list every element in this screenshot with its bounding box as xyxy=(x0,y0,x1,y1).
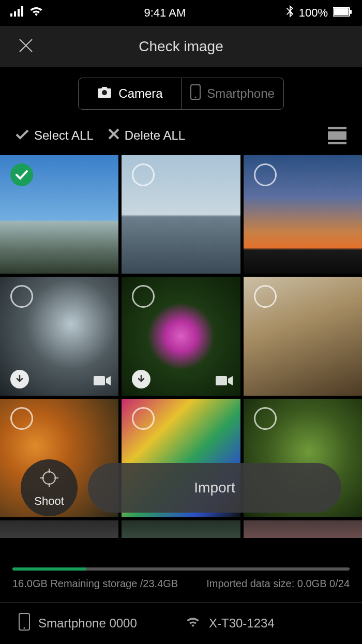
video-badge xyxy=(94,375,111,388)
select-all-label: Select ALL xyxy=(34,128,94,143)
svg-rect-5 xyxy=(334,8,349,16)
bottom-section: 16.0GB Remaining storage /23.4GB Importe… xyxy=(0,558,362,644)
smartphone-icon xyxy=(19,613,30,634)
status-left xyxy=(10,6,43,20)
thumbnail[interactable] xyxy=(244,277,362,395)
connected-phone: Smartphone 0000 xyxy=(19,613,177,634)
battery-icon xyxy=(333,6,352,20)
storage-progress xyxy=(0,558,362,575)
download-icon xyxy=(137,375,146,384)
svg-rect-6 xyxy=(350,10,352,14)
selection-indicator[interactable] xyxy=(10,285,33,308)
delete-all-label: Delete ALL xyxy=(125,128,185,143)
selection-indicator[interactable] xyxy=(10,163,33,186)
tab-group: Camera Smartphone xyxy=(78,78,284,110)
battery-text: 100% xyxy=(299,6,328,20)
page-title: Check image xyxy=(0,38,362,55)
smartphone-icon xyxy=(190,84,201,103)
selection-indicator[interactable] xyxy=(132,163,155,186)
svg-rect-10 xyxy=(94,376,105,385)
bluetooth-icon xyxy=(286,5,294,21)
check-icon xyxy=(16,128,29,143)
selection-indicator[interactable] xyxy=(254,285,277,308)
tab-smartphone[interactable]: Smartphone xyxy=(181,78,283,109)
device-row: Smartphone 0000 X-T30-1234 xyxy=(0,602,362,644)
thumbnail-image xyxy=(122,520,240,538)
video-icon xyxy=(94,375,111,386)
video-icon xyxy=(216,375,233,386)
svg-rect-3 xyxy=(21,6,23,17)
tab-camera-label: Camera xyxy=(118,86,162,101)
x-icon xyxy=(108,128,119,143)
selection-indicator[interactable] xyxy=(254,163,277,186)
progress-track xyxy=(12,567,350,571)
thumbnail[interactable] xyxy=(244,520,362,538)
selection-indicator[interactable] xyxy=(254,407,277,430)
actions-row: Select ALL Delete ALL xyxy=(0,120,362,155)
storage-info: 16.0GB Remaining storage /23.4GB Importe… xyxy=(0,575,362,602)
tab-smartphone-label: Smartphone xyxy=(207,86,275,101)
shoot-label: Shoot xyxy=(34,495,64,508)
floating-actions: Shoot Import xyxy=(0,459,362,516)
select-all-button[interactable]: Select ALL xyxy=(16,128,94,143)
svg-point-12 xyxy=(43,472,55,484)
thumbnail[interactable] xyxy=(244,155,362,274)
download-badge xyxy=(132,370,150,388)
thumbnail[interactable] xyxy=(122,520,240,538)
crosshair-icon xyxy=(39,468,59,491)
thumbnail-image xyxy=(0,520,118,538)
imported-size-text: Imported data size: 0.0GB 0/24 xyxy=(206,578,350,590)
tab-camera[interactable]: Camera xyxy=(79,78,181,109)
remaining-storage-text: 16.0GB Remaining storage /23.4GB xyxy=(12,578,178,590)
close-icon xyxy=(18,38,34,55)
close-button[interactable] xyxy=(16,36,36,57)
delete-all-button[interactable]: Delete ALL xyxy=(108,128,185,143)
selection-indicator[interactable] xyxy=(10,407,33,430)
video-badge xyxy=(216,375,233,388)
import-label: Import xyxy=(194,480,235,496)
status-bar: 9:41 AM 100% xyxy=(0,0,362,26)
thumbnail[interactable] xyxy=(0,277,118,395)
phone-name: Smartphone 0000 xyxy=(38,616,137,631)
selection-indicator[interactable] xyxy=(132,407,155,430)
thumbnail[interactable] xyxy=(122,277,240,395)
thumbnail-image xyxy=(244,520,362,538)
status-right: 100% xyxy=(286,5,352,21)
status-time: 9:41 AM xyxy=(144,6,186,20)
progress-fill xyxy=(12,567,86,571)
wifi-icon xyxy=(185,616,201,631)
camera-name: X-T30-1234 xyxy=(209,616,275,631)
svg-rect-0 xyxy=(10,13,12,17)
check-icon xyxy=(15,170,28,180)
connected-camera: X-T30-1234 xyxy=(185,616,343,631)
svg-rect-2 xyxy=(18,9,20,17)
wifi-icon xyxy=(29,6,43,20)
camera-icon xyxy=(97,86,112,101)
download-badge xyxy=(10,370,29,388)
svg-point-7 xyxy=(102,90,107,95)
svg-point-9 xyxy=(195,97,197,98)
thumbnail[interactable] xyxy=(0,520,118,538)
import-button[interactable]: Import xyxy=(88,463,341,513)
download-icon xyxy=(15,375,24,384)
header: Check image xyxy=(0,26,362,67)
thumbnail[interactable] xyxy=(0,155,118,274)
source-tabs: Camera Smartphone xyxy=(0,67,362,120)
shoot-button[interactable]: Shoot xyxy=(21,459,78,516)
view-toggle-button[interactable] xyxy=(328,126,346,145)
svg-rect-11 xyxy=(216,376,227,385)
svg-rect-1 xyxy=(14,11,16,17)
signal-icon xyxy=(10,6,24,20)
thumbnail[interactable] xyxy=(122,155,240,274)
svg-point-18 xyxy=(24,627,25,629)
